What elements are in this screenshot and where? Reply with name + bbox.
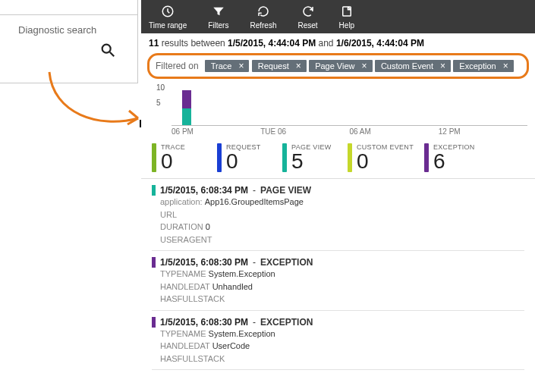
results-start: 1/5/2015, 4:44:04 PM: [228, 38, 316, 49]
filter-chip[interactable]: Request×: [252, 60, 307, 72]
filter-chip[interactable]: Trace×: [205, 60, 250, 72]
item-type: EXCEPTION: [260, 257, 313, 268]
result-item-field: USERAGENT: [152, 234, 524, 246]
result-item-field: DURATION 0: [152, 221, 524, 234]
remove-chip-icon[interactable]: ×: [294, 61, 304, 71]
stat-value: 0: [226, 151, 261, 172]
remove-chip-icon[interactable]: ×: [501, 61, 511, 71]
main-panel: Time rangeFiltersRefreshResetHelp 11 res…: [141, 0, 535, 392]
result-item-field: HANDLEDAT UserCode: [152, 340, 524, 353]
result-item-field: HANDLEDAT Unhandled: [152, 281, 524, 293]
item-timestamp: 1/5/2015, 6:08:30 PM: [160, 317, 248, 328]
stat-color-bar: [282, 143, 287, 172]
filters-button[interactable]: Filters: [208, 5, 228, 30]
bar-exception: [182, 90, 191, 108]
ytick-10: 10: [156, 83, 165, 92]
stat-value: 0: [357, 151, 414, 172]
stat-trace[interactable]: TRACE 0: [152, 143, 206, 172]
help-button[interactable]: Help: [339, 5, 355, 30]
filter-chip[interactable]: Custom Event×: [375, 60, 451, 72]
stat-color-bar: [424, 143, 429, 172]
remove-chip-icon[interactable]: ×: [438, 61, 448, 71]
ytick-5: 5: [156, 99, 161, 107]
svg-point-0: [102, 45, 111, 53]
stats-row: TRACE 0 REQUEST 0 PAGE VIEW 5 CUSTOM EVE…: [141, 136, 535, 179]
chart-axis: [172, 93, 527, 126]
remove-chip-icon[interactable]: ×: [236, 61, 246, 71]
svg-line-1: [110, 52, 115, 57]
stat-color-bar: [348, 143, 352, 172]
result-item[interactable]: 1/5/2015, 6:08:34 PM - PAGE VIEW applica…: [152, 179, 524, 251]
stat-exception[interactable]: EXCEPTION 6: [424, 143, 479, 172]
refresh-icon: [256, 5, 270, 20]
result-item-field: TYPENAME System.Exception: [152, 268, 524, 281]
item-color-bar: [152, 317, 156, 328]
stat-value: 6: [433, 151, 475, 172]
search-icon[interactable]: [0, 39, 137, 61]
result-item-field: HASFULLSTACK: [152, 293, 524, 306]
item-color-bar: [152, 257, 156, 268]
filtered-on-label: Filtered on: [156, 61, 199, 71]
refresh-button[interactable]: Refresh: [250, 5, 276, 30]
stat-page-view[interactable]: PAGE VIEW 5: [282, 143, 337, 172]
result-item-field: HASFULLSTACK: [152, 353, 524, 365]
stat-custom-event[interactable]: CUSTOM EVENT 0: [348, 143, 414, 172]
time-range-icon: [161, 5, 175, 20]
left-panel: Diagnostic search: [0, 0, 138, 83]
item-type: EXCEPTION: [260, 317, 313, 328]
filter-chip-row: Filtered on Trace× Request× Page View× C…: [147, 53, 529, 79]
left-panel-gap: [0, 0, 137, 15]
result-item-field: TYPENAME System.Exception: [152, 328, 524, 340]
stat-request[interactable]: REQUEST 0: [217, 143, 272, 172]
results-end: 1/6/2015, 4:44:04 PM: [336, 38, 424, 49]
toolbar: Time rangeFiltersRefreshResetHelp: [141, 0, 535, 33]
help-icon: [340, 5, 354, 20]
bar-pageview: [182, 108, 191, 125]
filters-icon: [212, 5, 225, 20]
x-ticks: 06 PM TUE 06 06 AM 12 PM: [172, 127, 527, 136]
result-item[interactable]: 1/5/2015, 6:08:30 PM - EXCEPTION TYPENAM…: [152, 311, 524, 371]
results-summary: 11 results between 1/5/2015, 4:44:04 PM …: [141, 33, 535, 52]
item-timestamp: 1/5/2015, 6:08:34 PM: [160, 185, 248, 196]
item-timestamp: 1/5/2015, 6:08:30 PM: [160, 257, 248, 268]
diagnostic-search-title: Diagnostic search: [0, 15, 137, 39]
result-item[interactable]: 1/5/2015, 6:08:30 PM - EXCEPTION TYPENAM…: [152, 251, 524, 311]
stat-color-bar: [217, 143, 222, 172]
stat-value: 0: [161, 151, 185, 172]
results-count: 11: [149, 38, 159, 49]
stat-color-bar: [152, 143, 156, 172]
time-range-button[interactable]: Time range: [149, 5, 187, 30]
filter-chip[interactable]: Page View×: [309, 60, 372, 72]
item-type: PAGE VIEW: [260, 185, 311, 196]
stat-value: 5: [291, 151, 332, 172]
reset-button[interactable]: Reset: [297, 5, 317, 30]
result-item-field: URL: [152, 209, 524, 221]
result-item-field: application: App16.GroupedItemsPage: [152, 196, 524, 209]
item-color-bar: [152, 185, 156, 196]
reset-icon: [301, 5, 315, 20]
remove-chip-icon[interactable]: ×: [360, 61, 370, 71]
results-list: 1/5/2015, 6:08:34 PM - PAGE VIEW applica…: [141, 179, 535, 370]
filter-chip[interactable]: Exception×: [453, 60, 513, 72]
timeline-chart: 10 5: [158, 85, 527, 126]
